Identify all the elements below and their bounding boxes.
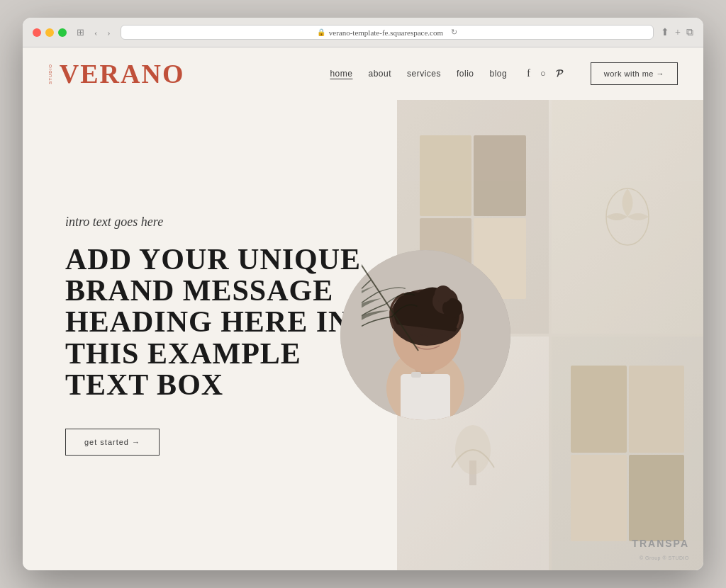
logo-area: STUDIO VERANO	[48, 60, 184, 87]
new-tab-icon[interactable]: +	[675, 27, 681, 38]
pinterest-icon[interactable]: 𝓟	[556, 68, 562, 79]
logo-text[interactable]: VERANO	[60, 60, 185, 87]
main-content: intro text goes here ADD YOUR UNIQUE BRA…	[23, 100, 703, 570]
collage-card-2	[552, 100, 703, 334]
nav-link-home[interactable]: home	[330, 69, 352, 79]
nav-link-blog[interactable]: blog	[490, 69, 508, 79]
nav-link-folio[interactable]: folio	[457, 69, 474, 79]
forward-button[interactable]: ›	[104, 26, 113, 40]
facebook-icon[interactable]: f	[527, 68, 530, 79]
work-with-me-button[interactable]: work with me →	[591, 62, 678, 85]
nav-link-services[interactable]: services	[407, 69, 441, 79]
logo-tagline: STUDIO	[48, 64, 54, 84]
fullscreen-button[interactable]	[58, 28, 67, 37]
traffic-lights	[33, 28, 67, 37]
collage-card-4	[552, 337, 703, 570]
website-content: STUDIO VERANO home about services folio …	[23, 47, 703, 570]
nav-link-about[interactable]: about	[368, 69, 391, 79]
sidebar-toggle-icon[interactable]: ⊞	[74, 26, 87, 40]
reload-icon[interactable]: ↻	[451, 28, 457, 37]
botanical-illustration	[596, 181, 659, 252]
get-started-button[interactable]: get started →	[65, 429, 160, 456]
palm-leaf-overlay	[362, 209, 475, 368]
url-text: verano-template-fe.squarespace.com	[329, 28, 443, 37]
right-content: TRANSPA © Group ® STUDIO	[397, 100, 703, 570]
main-heading: ADD YOUR UNIQUE BRAND MESSAGE HEADING HE…	[65, 244, 362, 400]
intro-text: intro text goes here	[65, 215, 362, 230]
instagram-icon[interactable]: ○	[540, 68, 546, 79]
bottom-sublabel: © Group ® STUDIO	[640, 555, 689, 560]
svg-rect-11	[401, 374, 450, 420]
swatch-1	[420, 135, 471, 216]
address-bar[interactable]: 🔒 verano-template-fe.squarespace.com ↻	[121, 25, 654, 40]
back-button[interactable]: ‹	[91, 26, 100, 40]
navigation: STUDIO VERANO home about services folio …	[23, 47, 703, 100]
lock-icon: 🔒	[317, 28, 325, 36]
browser-window: ⊞ ‹ › 🔒 verano-template-fe.squarespace.c…	[23, 18, 703, 570]
nav-social: f ○ 𝓟	[527, 68, 562, 79]
browser-chrome: ⊞ ‹ › 🔒 verano-template-fe.squarespace.c…	[23, 18, 703, 47]
swatch-2	[474, 135, 525, 216]
nav-links: home about services folio blog f ○ 𝓟 wor…	[330, 62, 678, 85]
browser-actions: ⬆ + ⧉	[661, 26, 693, 38]
share-icon[interactable]: ⬆	[661, 26, 669, 38]
svg-rect-12	[411, 372, 421, 378]
bottom-label: TRANSPA	[632, 538, 689, 549]
close-button[interactable]	[33, 28, 41, 37]
browser-navigation: ⊞ ‹ ›	[74, 26, 113, 40]
minimize-button[interactable]	[45, 28, 54, 37]
tabs-icon[interactable]: ⧉	[686, 27, 693, 38]
palm-leaf-svg	[362, 209, 475, 365]
plant-illustration	[445, 418, 501, 489]
